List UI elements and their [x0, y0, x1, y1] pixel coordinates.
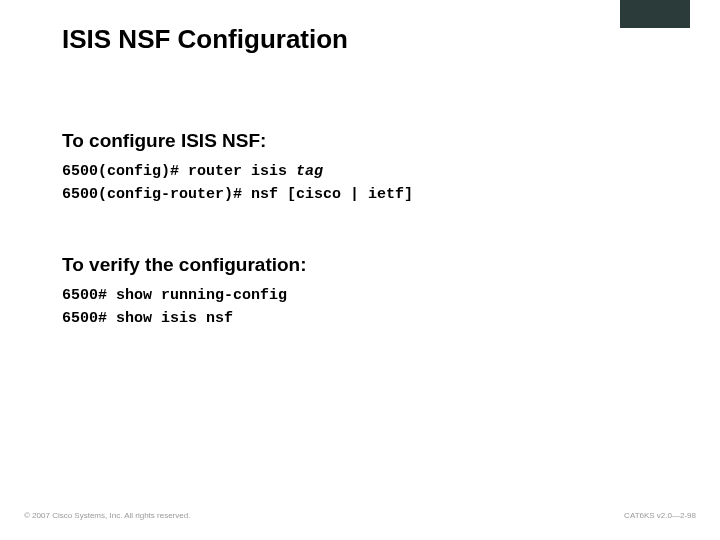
command-text: router isis — [188, 163, 296, 180]
verify-code-line-1: 6500# show running-config — [62, 284, 307, 307]
prompt-text: 6500(config)# — [62, 163, 188, 180]
slide-title: ISIS NSF Configuration — [62, 24, 348, 55]
corner-accent — [620, 0, 690, 28]
verify-code-line-2: 6500# show isis nsf — [62, 307, 307, 330]
verify-heading: To verify the configuration: — [62, 254, 307, 276]
configure-code-line-1: 6500(config)# router isis tag — [62, 160, 413, 183]
footer-course-code: CAT6KS v2.0—2-98 — [624, 511, 696, 520]
prompt-text: 6500(config-router)# — [62, 186, 251, 203]
configure-heading: To configure ISIS NSF: — [62, 130, 413, 152]
footer-copyright: © 2007 Cisco Systems, Inc. All rights re… — [24, 511, 190, 520]
configure-code-line-2: 6500(config-router)# nsf [cisco | ietf] — [62, 183, 413, 206]
verify-section: To verify the configuration: 6500# show … — [62, 254, 307, 331]
command-text: nsf [cisco | ietf] — [251, 186, 413, 203]
configure-section: To configure ISIS NSF: 6500(config)# rou… — [62, 130, 413, 207]
command-arg: tag — [296, 163, 323, 180]
